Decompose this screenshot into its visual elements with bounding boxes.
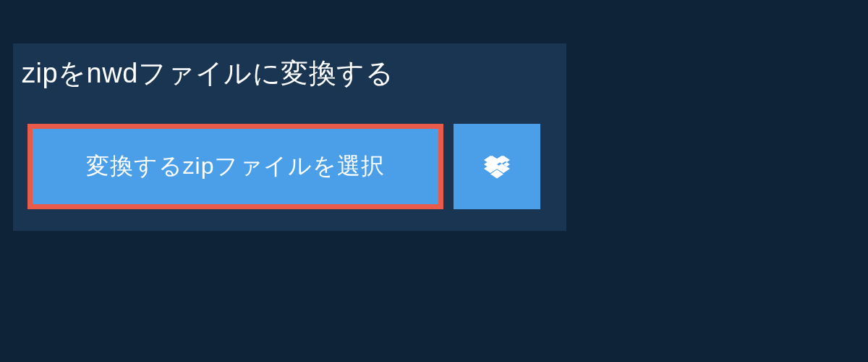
converter-panel: zipをnwdファイルに変換する 変換するzipファイルを選択 — [13, 43, 566, 231]
select-file-button[interactable]: 変換するzipファイルを選択 — [27, 124, 443, 209]
dropbox-icon — [484, 153, 510, 180]
select-file-label: 変換するzipファイルを選択 — [86, 151, 386, 182]
dropbox-button[interactable] — [454, 124, 540, 209]
page-title: zipをnwdファイルに変換する — [22, 55, 558, 92]
button-row: 変換するzipファイルを選択 — [13, 109, 566, 231]
heading-container: zipをnwdファイルに変換する — [13, 43, 566, 109]
